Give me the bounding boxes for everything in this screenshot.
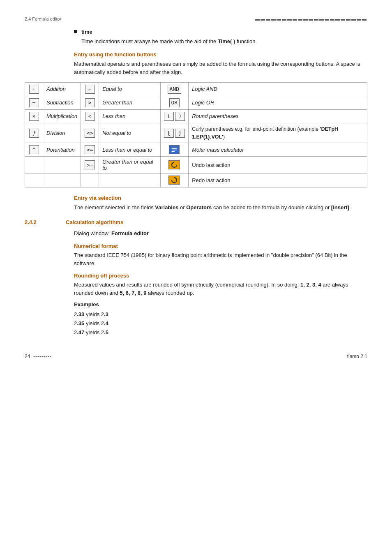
redo-button[interactable]	[168, 176, 180, 185]
btn-cell-empty3	[81, 173, 99, 187]
table-row: ^ Potentiation <= Less than or equal to	[25, 143, 367, 157]
bullet-square-icon	[74, 30, 77, 33]
btn-cell-or: OR	[160, 96, 189, 109]
table-row: − Subtraction > Greater than OR Logic OR	[25, 96, 367, 109]
ex2-middle: yields	[84, 320, 101, 326]
molar-button[interactable]	[169, 145, 180, 154]
bullet-time: time	[74, 29, 367, 35]
entry-selection-bold2: Operators	[186, 204, 212, 210]
desc-neq: Not equal to	[99, 123, 160, 143]
footer-page-number: 24	[25, 354, 30, 359]
minus-button[interactable]: −	[29, 98, 39, 107]
example-1: 2.33 yields 2.3	[74, 310, 367, 319]
footer-dots: ▪▪▪▪▪▪▪▪▪	[33, 354, 51, 359]
svg-marker-4	[172, 163, 173, 165]
close-paren-button[interactable]: )	[175, 112, 185, 121]
equal-button[interactable]: =	[85, 85, 95, 94]
entry-selection-bold1: Variables	[155, 204, 178, 210]
rounding-heading: Rounding off process	[74, 273, 367, 279]
desc-molar: Molar mass calculator	[189, 143, 367, 157]
plus-button[interactable]: +	[29, 85, 39, 94]
header: 2.4 Formula editor ▬▬▬▬▬▬▬▬▬▬▬▬▬▬▬▬▬▬▬▬▬	[25, 16, 367, 21]
btn-cell-lte: <=	[81, 143, 99, 157]
desc-empty1	[43, 157, 81, 173]
and-button[interactable]: AND	[168, 85, 181, 94]
header-right: ▬▬▬▬▬▬▬▬▬▬▬▬▬▬▬▬▬▬▬▬▬	[255, 16, 367, 21]
rounding-text: Measured values and results are rounded …	[74, 281, 367, 297]
entry-buttons-heading: Entry using the function buttons	[74, 51, 367, 58]
entry-selection-bold3: [Insert]	[331, 204, 349, 210]
desc-gte: Greater than or equal to	[99, 157, 160, 173]
mul-button[interactable]: ×	[29, 112, 39, 121]
gte-button[interactable]: >=	[85, 160, 95, 169]
bullet-time-bold: Time( )	[218, 38, 235, 44]
time-section: time Time indications must always be mad…	[74, 29, 367, 46]
desc-div: Division	[43, 123, 81, 143]
header-left: 2.4 Formula editor	[25, 16, 61, 21]
ex1-result-prefix: 2	[101, 311, 104, 317]
open-paren-button[interactable]: (	[164, 112, 174, 121]
desc-empty2	[43, 173, 81, 187]
examples-heading: Examples	[74, 301, 367, 308]
desc-addition: Addition	[43, 82, 81, 96]
btn-cell-empty1	[25, 157, 43, 173]
bullet-time-label: time	[81, 29, 92, 35]
entry-selection-text-part4: .	[349, 204, 351, 210]
desc-gt: Greater than	[99, 96, 160, 109]
ex1-result-bold: .3	[104, 311, 108, 317]
btn-cell-and: AND	[160, 82, 189, 96]
entry-selection-text-part1: The element selected in the fields	[74, 204, 155, 210]
example-2: 2.35 yields 2.4	[74, 319, 367, 328]
lte-button[interactable]: <=	[85, 145, 95, 154]
btn-cell-redo	[160, 173, 189, 187]
table-row: × Multiplication < Less than ( ) Round p…	[25, 109, 367, 123]
or-button[interactable]: OR	[169, 98, 180, 107]
undo-button[interactable]	[168, 160, 180, 169]
div-button[interactable]: ƒ	[29, 129, 39, 138]
bullet-time-text-part1: Time indications must always be made wit…	[81, 38, 218, 44]
numerical-format-heading: Numerical format	[74, 243, 367, 249]
gt-button[interactable]: >	[85, 98, 95, 107]
btn-cell-gt: >	[81, 96, 99, 109]
bullet-time-text: Time indications must always be made wit…	[81, 37, 367, 46]
svg-marker-5	[175, 178, 177, 180]
entry-selection-text-part2: or	[178, 204, 186, 210]
redo-icon	[171, 176, 178, 184]
entry-selection-section: Entry via selection The element selected…	[74, 195, 367, 212]
btn-cell-plus: +	[25, 82, 43, 96]
rounding-bold1: 1, 2, 3, 4	[300, 282, 321, 288]
ex2-result-prefix: 2	[101, 320, 104, 326]
page: 2.4 Formula editor ▬▬▬▬▬▬▬▬▬▬▬▬▬▬▬▬▬▬▬▬▬…	[0, 0, 392, 555]
btn-cell-neq: <>	[81, 123, 99, 143]
ex2-bold: .35	[77, 320, 84, 326]
table-row: ƒ Division <> Not equal to { } Curly par…	[25, 123, 367, 143]
desc-or: Logic OR	[189, 96, 367, 109]
dialog-label: Dialog window:	[74, 230, 111, 236]
dialog-text: Dialog window: Formula editor	[74, 229, 367, 238]
ex3-bold: .47	[77, 329, 84, 335]
btn-cell-equal: =	[81, 82, 99, 96]
desc-lte: Less than or equal to	[99, 143, 160, 157]
curly-example: 'DETpH 1.EP{1}.VOL'	[192, 126, 338, 140]
desc-and: Logic AND	[189, 82, 367, 96]
entry-buttons-description: Mathematical operators and parentheses c…	[74, 60, 367, 76]
btn-cell-paren: ( )	[160, 109, 189, 123]
footer: 24 ▪▪▪▪▪▪▪▪▪ tiamo 2.1	[25, 354, 367, 359]
open-curly-button[interactable]: {	[164, 129, 174, 138]
operator-table: + Addition = Equal to AND Logic AND − Su…	[25, 82, 367, 188]
btn-cell-empty2	[25, 173, 43, 187]
entry-selection-text: The element selected in the fields Varia…	[74, 204, 367, 212]
table-row: Redo last action	[25, 173, 367, 187]
lt-button[interactable]: <	[85, 112, 95, 121]
ex3-middle: yields	[84, 329, 101, 335]
undo-icon	[171, 161, 178, 169]
desc-equal: Equal to	[99, 82, 160, 96]
molar-icon	[171, 146, 178, 153]
section-242-number: 2.4.2	[25, 219, 66, 225]
close-curly-button[interactable]: }	[175, 129, 185, 138]
desc-undo: Undo last action	[189, 157, 367, 173]
rounding-text1: Measured values and results are rounded …	[74, 282, 300, 288]
neq-button[interactable]: <>	[85, 129, 95, 138]
pow-button[interactable]: ^	[29, 145, 39, 154]
btn-cell-molar	[160, 143, 189, 157]
